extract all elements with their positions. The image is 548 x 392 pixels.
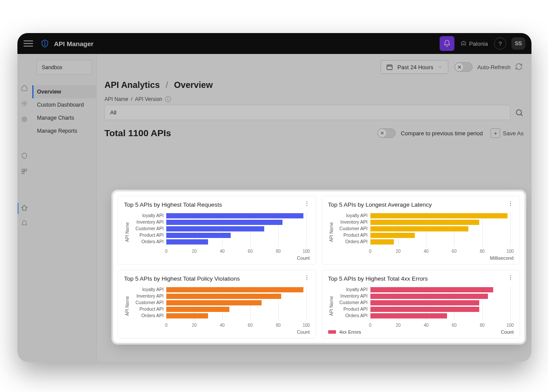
chart-xlabel: Count — [124, 254, 310, 261]
rail-orgs-icon[interactable] — [21, 168, 29, 176]
bar — [370, 239, 394, 245]
info-icon[interactable]: i — [165, 96, 171, 102]
chart-menu-icon[interactable] — [508, 275, 514, 281]
search-icon[interactable] — [515, 108, 524, 117]
bar — [370, 307, 480, 312]
bar-label: loyalty API — [346, 213, 367, 218]
bar — [166, 220, 282, 225]
sidebar-item-custom-dashboard[interactable]: Custom Dashboard — [32, 98, 96, 111]
compare-toggle[interactable]: ✕ — [377, 128, 396, 138]
chart-legend: 4xx ErrorsCount — [328, 329, 514, 335]
chart-title: Top 5 APIs by Longest Average Latency — [328, 201, 514, 208]
rail-analytics-icon[interactable] — [21, 204, 29, 212]
bar-label: Orders API — [141, 239, 164, 244]
notifications-button[interactable] — [440, 36, 454, 51]
svg-point-17 — [510, 275, 511, 276]
bar-label: Customer API — [340, 300, 368, 305]
svg-rect-3 — [22, 169, 24, 171]
topbar: API Manager Palonia ? SS — [17, 33, 531, 54]
breadcrumb-current: Overview — [174, 80, 213, 90]
svg-point-12 — [510, 203, 511, 204]
menu-icon[interactable] — [24, 39, 33, 48]
sidebar-item-manage-reports[interactable]: Manage Reports — [32, 124, 96, 137]
bar-label: loyalty API — [142, 287, 164, 292]
bar — [370, 233, 415, 238]
filter-api-name: API Name — [104, 96, 128, 102]
chart-title: Top 5 APIs by Highest Total Policy Viola… — [124, 275, 310, 282]
svg-point-2 — [24, 118, 25, 120]
rail-security-icon[interactable] — [21, 152, 29, 160]
bar — [370, 220, 480, 225]
rail-settings-icon[interactable] — [21, 116, 29, 124]
sidebar-item-overview[interactable]: Overview — [32, 85, 96, 98]
bar — [166, 313, 208, 318]
refresh-button[interactable] — [515, 63, 524, 71]
chart-ylabel: API Name — [124, 285, 131, 328]
bar-label: Product API — [343, 306, 367, 312]
bar-label: Product API — [140, 232, 164, 238]
chart-menu-icon[interactable] — [304, 201, 311, 208]
svg-point-18 — [510, 277, 511, 278]
autorefresh-toggle[interactable]: ✕ — [454, 62, 473, 72]
chart-card: Top 5 APIs by Highest Total Requests API… — [118, 196, 316, 265]
avatar[interactable]: SS — [511, 37, 525, 50]
bar — [166, 294, 281, 299]
chart-ylabel: API Name — [328, 211, 335, 254]
svg-point-9 — [306, 203, 307, 204]
chart-ylabel: API Name — [124, 211, 131, 254]
svg-point-13 — [510, 205, 511, 206]
help-button[interactable]: ? — [494, 37, 506, 50]
bar — [370, 313, 447, 318]
svg-point-1 — [22, 117, 27, 122]
svg-rect-6 — [387, 65, 392, 70]
bar — [166, 233, 231, 238]
sidebar: Sandbox Overview Custom Dashboard Manage… — [32, 54, 97, 362]
compare-label: Compare to previous time period — [401, 130, 483, 137]
bar — [370, 287, 494, 292]
bar — [370, 294, 488, 299]
chart-xlabel: Millisecond — [328, 254, 514, 261]
plus-icon: + — [491, 128, 500, 138]
rail-home-icon[interactable] — [21, 84, 29, 92]
chart-title: Top 5 APIs by Highest Total 4xx Errors — [328, 275, 514, 282]
sidebar-item-manage-charts[interactable]: Manage Charts — [32, 111, 96, 124]
svg-rect-4 — [25, 169, 27, 171]
bar-label: Customer API — [135, 300, 164, 305]
breadcrumb-root[interactable]: API Analytics — [104, 80, 160, 90]
bar-label: Orders API — [345, 313, 367, 318]
bar-label: Orders API — [141, 313, 164, 318]
save-as-button[interactable]: + Save As — [491, 128, 524, 138]
app-title: API Manager — [54, 40, 94, 47]
svg-rect-5 — [22, 172, 24, 174]
api-search-input[interactable]: All — [104, 105, 511, 120]
bar-label: Orders API — [345, 239, 367, 244]
org-name: Palonia — [469, 40, 488, 47]
icon-rail — [17, 54, 32, 362]
bar-label: Inventory API — [340, 219, 367, 224]
rail-alerts-icon[interactable] — [21, 220, 29, 228]
bar-label: Inventory API — [137, 293, 164, 298]
svg-point-0 — [24, 103, 25, 104]
rail-admin-icon[interactable] — [21, 100, 29, 108]
bar — [166, 287, 303, 292]
bar-label: loyalty API — [142, 213, 164, 218]
bar-label: loyalty API — [346, 287, 367, 292]
chart-menu-icon[interactable] — [508, 201, 514, 208]
svg-point-8 — [306, 201, 307, 202]
org-switcher[interactable]: Palonia — [461, 40, 488, 47]
bar-label: Product API — [140, 306, 164, 312]
chart-grid: Top 5 APIs by Highest Total Requests API… — [113, 191, 524, 343]
bar-label: Customer API — [340, 226, 368, 231]
svg-point-7 — [516, 110, 521, 115]
svg-point-14 — [306, 275, 307, 276]
chart-menu-icon[interactable] — [304, 275, 311, 281]
svg-point-10 — [306, 205, 307, 206]
environment-selector[interactable]: Sandbox — [37, 60, 92, 75]
chart-card: Top 5 APIs by Highest Total Policy Viola… — [118, 270, 316, 338]
bar-label: Inventory API — [340, 293, 367, 298]
bar-label: Product API — [343, 232, 367, 238]
filter-api-version: API Version — [135, 96, 162, 102]
bar-label: Customer API — [135, 226, 164, 231]
chart-card: Top 5 APIs by Longest Average Latency AP… — [322, 196, 521, 265]
timerange-dropdown[interactable]: Past 24 Hours — [380, 60, 448, 74]
